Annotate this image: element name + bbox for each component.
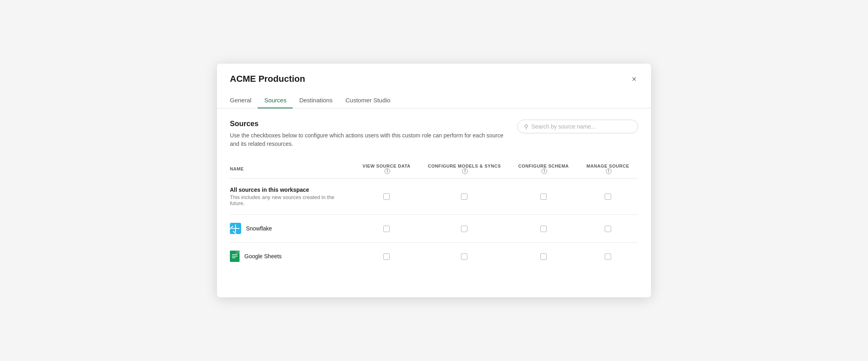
tab-destinations[interactable]: Destinations bbox=[293, 93, 339, 108]
table-body: All sources in this workspace This inclu… bbox=[230, 178, 638, 270]
checkbox-cell-gsheets-manage bbox=[578, 243, 638, 270]
top-row: Sources Use the checkboxes below to conf… bbox=[230, 120, 638, 148]
checkbox-snowflake-configure-models[interactable] bbox=[461, 226, 467, 232]
modal-container: ACME Production × General Sources Destin… bbox=[217, 64, 651, 297]
tab-customer-studio[interactable]: Customer Studio bbox=[339, 93, 397, 108]
checkbox-gsheets-view-source-data[interactable] bbox=[383, 253, 390, 260]
checkbox-cell-snowflake-manage bbox=[578, 215, 638, 243]
tab-sources[interactable]: Sources bbox=[258, 93, 293, 108]
col-configure-models-syncs: CONFIGURE MODELS & SYNCS i bbox=[419, 160, 509, 178]
info-icon-configure-models[interactable]: i bbox=[462, 168, 468, 174]
checkbox-all-view-source-data[interactable] bbox=[383, 193, 390, 200]
modal-header: ACME Production × bbox=[217, 64, 651, 85]
info-icon-manage-source[interactable]: i bbox=[606, 168, 612, 174]
checkbox-gsheets-manage-source[interactable] bbox=[605, 253, 611, 260]
source-sub-name: This includes any new sources created in… bbox=[230, 194, 349, 206]
checkbox-cell-configure-models bbox=[419, 178, 509, 215]
table-row: Snowflake bbox=[230, 215, 638, 243]
checkbox-snowflake-view-source-data[interactable] bbox=[383, 226, 390, 232]
table-row: All sources in this workspace This inclu… bbox=[230, 178, 638, 215]
source-name-cell-snowflake: Snowflake bbox=[230, 215, 354, 243]
info-icon-configure-schema[interactable]: i bbox=[541, 168, 547, 174]
source-name-cell: All sources in this workspace This inclu… bbox=[230, 178, 354, 215]
table-row: Google Sheets bbox=[230, 243, 638, 270]
svg-rect-8 bbox=[232, 257, 236, 258]
checkbox-cell-configure-schema bbox=[510, 178, 578, 215]
checkbox-cell-view-source-data bbox=[354, 178, 419, 215]
table-header: NAME VIEW SOURCE DATA i CONFIGURE MODELS… bbox=[230, 160, 638, 178]
col-name: NAME bbox=[230, 160, 354, 178]
source-name-cell-gsheets: Google Sheets bbox=[230, 243, 354, 270]
col-view-source-data: VIEW SOURCE DATA i bbox=[354, 160, 419, 178]
col-configure-schema: CONFIGURE SCHEMA i bbox=[510, 160, 578, 178]
svg-rect-7 bbox=[232, 256, 238, 257]
sources-table: NAME VIEW SOURCE DATA i CONFIGURE MODELS… bbox=[230, 160, 638, 270]
svg-rect-10 bbox=[236, 251, 240, 254]
checkbox-snowflake-configure-schema[interactable] bbox=[540, 226, 547, 232]
source-label-snowflake: Snowflake bbox=[246, 225, 272, 232]
section-title: Sources bbox=[230, 120, 504, 128]
checkbox-cell-gsheets-configure-models bbox=[419, 243, 509, 270]
info-icon-view-source-data[interactable]: i bbox=[384, 168, 390, 174]
tab-general[interactable]: General bbox=[230, 93, 258, 108]
checkbox-cell-gsheets-view bbox=[354, 243, 419, 270]
tab-bar: General Sources Destinations Customer St… bbox=[217, 88, 651, 108]
checkbox-cell-snowflake-configure-models bbox=[419, 215, 509, 243]
checkbox-all-manage-source[interactable] bbox=[605, 193, 611, 200]
section-description: Use the checkboxes below to configure wh… bbox=[230, 131, 504, 148]
checkbox-all-configure-schema[interactable] bbox=[540, 193, 547, 200]
search-input[interactable] bbox=[531, 123, 631, 130]
checkbox-cell-gsheets-configure-schema bbox=[510, 243, 578, 270]
col-manage-source: MANAGE SOURCE i bbox=[578, 160, 638, 178]
checkbox-gsheets-configure-schema[interactable] bbox=[540, 253, 547, 260]
section-info: Sources Use the checkboxes below to conf… bbox=[230, 120, 504, 148]
checkbox-cell-snowflake-configure-schema bbox=[510, 215, 578, 243]
snowflake-icon bbox=[230, 223, 241, 234]
modal-title: ACME Production bbox=[230, 74, 305, 84]
source-main-name: All sources in this workspace bbox=[230, 187, 349, 193]
checkbox-cell-snowflake-view bbox=[354, 215, 419, 243]
search-box: ⚲ bbox=[517, 120, 638, 133]
search-icon: ⚲ bbox=[524, 123, 528, 130]
svg-rect-6 bbox=[232, 254, 238, 255]
content-area: Sources Use the checkboxes below to conf… bbox=[217, 108, 651, 281]
close-button[interactable]: × bbox=[630, 73, 638, 85]
svg-rect-2 bbox=[231, 228, 240, 229]
checkbox-all-configure-models[interactable] bbox=[461, 193, 467, 200]
checkbox-snowflake-manage-source[interactable] bbox=[605, 226, 611, 232]
checkbox-cell-manage-source bbox=[578, 178, 638, 215]
checkbox-gsheets-configure-models[interactable] bbox=[461, 253, 467, 260]
source-label-gsheets: Google Sheets bbox=[244, 253, 282, 259]
google-sheets-icon bbox=[230, 251, 240, 262]
